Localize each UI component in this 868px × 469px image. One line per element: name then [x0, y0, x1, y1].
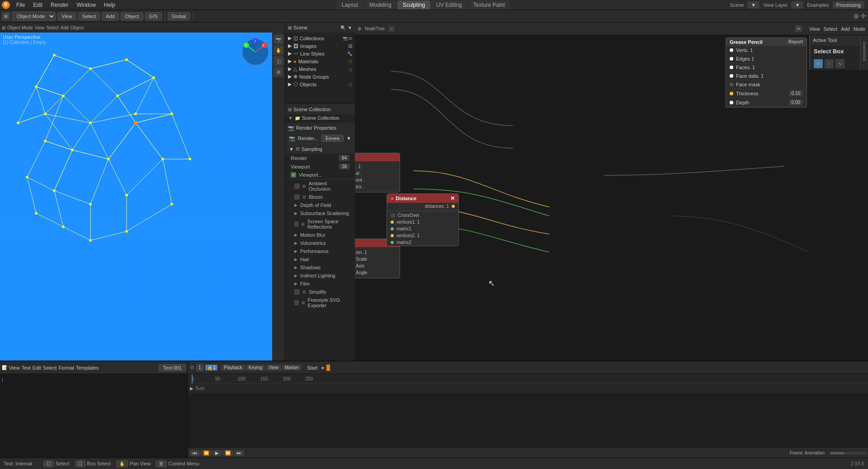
item-line-styles[interactable]: ▶ 〰 Line Styles 🔧 [285, 50, 355, 57]
te-format[interactable]: Format [58, 365, 74, 371]
te-view[interactable]: View [9, 365, 20, 371]
tl-keying-btn[interactable]: Keying [246, 365, 265, 371]
gis-btn[interactable]: GIS [145, 12, 162, 20]
dn-crossover-check[interactable] [391, 213, 395, 218]
global-btn[interactable]: Global [168, 12, 190, 20]
tl-marker-btn[interactable]: Marker [282, 365, 302, 371]
tl-last[interactable]: ⏭ [234, 450, 244, 456]
view-layer-button[interactable]: ▼ [791, 1, 803, 9]
object-btn[interactable]: Object [121, 12, 143, 20]
tab-sculpting[interactable]: Sculpting [397, 0, 430, 9]
tab-layout[interactable]: Layout [336, 0, 363, 9]
engine-dropdown[interactable]: Eevee [321, 135, 344, 142]
add-btn[interactable]: Add [102, 12, 119, 20]
tl-start-label[interactable]: Start [307, 365, 317, 371]
section-sss[interactable]: ▶ Subsurface Scattering [285, 209, 355, 217]
viewport-value[interactable]: 16 [339, 164, 349, 169]
te-templates[interactable]: Templates [76, 365, 99, 371]
viewport-3d[interactable]: ⊞ Object Mode View Select Add Object [0, 23, 285, 361]
item-collections[interactable]: ▶ ◫ Collections 📷 ⊞ [285, 34, 355, 42]
menu-window[interactable]: Window [73, 1, 99, 9]
te-file-btn[interactable]: Text.001 [159, 364, 186, 371]
sampling-header[interactable]: ▼ ⊞ Sampling [285, 144, 355, 154]
section-bloom[interactable]: ⊞ Bloom [285, 193, 355, 201]
sel-circle-icon[interactable]: ○ [825, 59, 834, 68]
item-materials[interactable]: ▶ ● Materials ⬡ [285, 57, 355, 65]
render-value[interactable]: 64 [339, 155, 349, 161]
sel-box-icon[interactable]: ⊡ [814, 59, 823, 68]
section-dof[interactable]: ▶ Depth of Field [285, 201, 355, 209]
viewport-check-toggle[interactable]: ✓ [291, 172, 296, 178]
view-btn[interactable]: View [57, 12, 76, 20]
section-indirect[interactable]: ▶ Indirect Lighting [285, 272, 355, 280]
viewport-add[interactable]: Add [61, 25, 69, 30]
gp-th-value[interactable]: 0.10 [789, 90, 803, 96]
menu-help[interactable]: Help [100, 1, 119, 9]
sel-lasso-icon[interactable]: ∿ [835, 59, 844, 68]
scene-search-icon[interactable]: 🔍 [340, 25, 346, 30]
te-select[interactable]: Select [43, 365, 57, 371]
tl-first[interactable]: ⏮ [190, 450, 200, 456]
ne-check[interactable]: ✓ [388, 26, 395, 32]
select-btn[interactable]: Select [78, 12, 100, 20]
mode-select[interactable]: Object Mode [12, 12, 56, 21]
ne-view[interactable]: View [809, 26, 820, 32]
ne-node[interactable]: Node [854, 26, 865, 32]
tl-anim-btn[interactable]: Animation [805, 450, 825, 455]
section-film[interactable]: ▶ Film [285, 280, 355, 288]
section-vol[interactable]: ▶ Volumetrics [285, 239, 355, 247]
te-edit[interactable]: Edit [33, 365, 41, 371]
tl-current[interactable]: 🔒 1 [205, 365, 218, 371]
simplify-toggle[interactable] [294, 289, 300, 295]
scene-button[interactable]: ▼ [747, 1, 760, 9]
tool-layers[interactable]: ◫ [274, 56, 283, 66]
section-motion[interactable]: ▶ Motion Blur [285, 231, 355, 239]
ssr-toggle[interactable] [294, 221, 298, 227]
tl-view-btn[interactable]: View [266, 365, 281, 371]
tool-camera[interactable]: 📷 [274, 34, 283, 44]
ne-add[interactable]: Add [841, 26, 850, 32]
processing-button[interactable]: Processing [833, 1, 864, 9]
section-shadows[interactable]: ▶ Shadows [285, 263, 355, 272]
section-hair[interactable]: ▶ Hair [285, 255, 355, 263]
menu-file[interactable]: File [13, 1, 28, 9]
tl-start[interactable]: 1 [196, 364, 203, 371]
tl-record[interactable] [326, 365, 330, 371]
tl-prev[interactable]: ⏪ [201, 450, 212, 456]
menu-edit[interactable]: Edit [29, 1, 46, 9]
nav-widget[interactable]: X Y Z [240, 36, 271, 68]
section-freestyle[interactable]: ⊞ Freestyle SVG Exporter [285, 296, 355, 310]
tool-move[interactable]: ✋ [274, 45, 283, 55]
section-ssr[interactable]: ⊞ Screen Space Reflections [285, 217, 355, 231]
item-node-groups[interactable]: ▶ ⊕ Node Groups [285, 73, 355, 80]
viewport-view[interactable]: View [35, 25, 45, 30]
viewport-object[interactable]: Object [71, 25, 84, 30]
item-images[interactable]: ▶ 🖼 Images 🖼 [285, 42, 355, 50]
ne-close-btn[interactable]: ✕ [795, 25, 802, 32]
ne-select[interactable]: Select [824, 26, 838, 32]
gp-dep-value[interactable]: 0.00 [789, 99, 803, 105]
tab-modeling[interactable]: Modeling [364, 0, 397, 9]
outliner-scene-col[interactable]: ▼ 📁 Scene Collection [285, 114, 355, 122]
playhead[interactable] [192, 374, 193, 384]
tl-play[interactable]: ▶ [212, 450, 222, 456]
menu-render[interactable]: Render [47, 1, 72, 9]
engine-arrow[interactable]: ▼ [346, 136, 351, 141]
tl-scrollbar[interactable] [830, 452, 866, 455]
freestyle-toggle[interactable] [294, 300, 299, 305]
viewport-select[interactable]: Select [46, 25, 59, 30]
tab-texture-paint[interactable]: Texture Paint [468, 0, 510, 9]
tl-next[interactable]: ⏩ [222, 450, 233, 456]
ao-toggle[interactable] [294, 183, 300, 189]
item-meshes[interactable]: ▶ △ Meshes △ [285, 65, 355, 73]
item-objects[interactable]: ▶ ⬡ Objects ⬡ [285, 80, 355, 88]
section-ambient[interactable]: ⊞ Ambient Occlusion [285, 179, 355, 193]
scene-filter-icon[interactable]: ▼ [348, 25, 352, 30]
section-perf[interactable]: ▶ Performance [285, 247, 355, 255]
tl-playback-btn[interactable]: Playback [221, 365, 245, 371]
text-editor-content[interactable]: | [0, 374, 188, 459]
tool-grid[interactable]: ⊞ [274, 67, 283, 77]
section-simplify[interactable]: ⊞ Simplify [285, 288, 355, 296]
tl-frame-btn[interactable]: Frame [790, 450, 803, 455]
te-text[interactable]: Text [22, 365, 31, 371]
